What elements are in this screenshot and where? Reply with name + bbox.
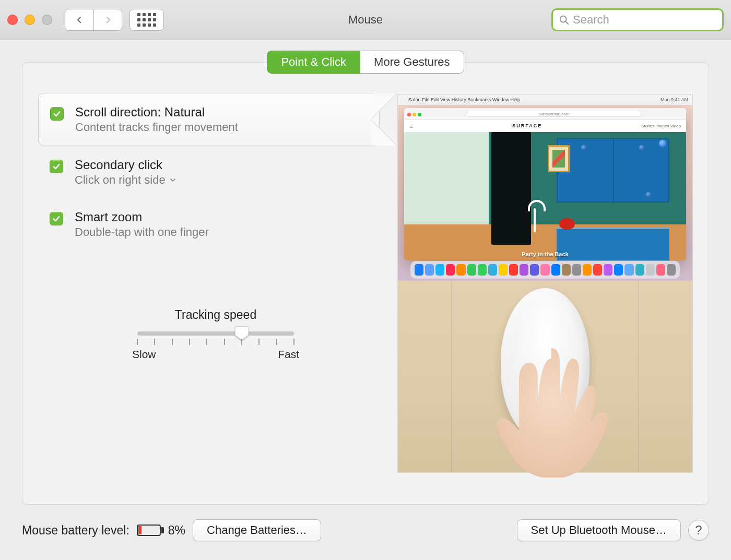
tracking-speed-slider[interactable] bbox=[137, 331, 294, 336]
chevron-right-icon bbox=[103, 14, 113, 26]
preview-caption: Party in the Back bbox=[404, 251, 686, 257]
checkbox-smart-zoom[interactable] bbox=[50, 212, 63, 225]
svg-point-0 bbox=[560, 16, 567, 22]
show-all-prefs-button[interactable] bbox=[129, 9, 164, 31]
change-batteries-button[interactable]: Change Batteries… bbox=[193, 519, 321, 541]
preview-menubar-left: Safari File Edit View History Bookmarks … bbox=[408, 97, 520, 102]
search-input[interactable] bbox=[573, 13, 717, 27]
search-icon bbox=[558, 14, 570, 26]
svg-line-1 bbox=[566, 22, 569, 25]
preview-page-hero: Party in the Back bbox=[404, 132, 686, 260]
preview-hamburger-icon: ≡ bbox=[409, 122, 414, 130]
preview-menubar: Safari File Edit View History Bookmarks … bbox=[398, 94, 692, 105]
preview-picture-frame bbox=[548, 145, 570, 172]
option-title: Secondary click bbox=[75, 158, 177, 172]
check-icon bbox=[52, 214, 61, 223]
magic-mouse-icon bbox=[501, 288, 589, 442]
check-icon bbox=[52, 109, 62, 118]
checkbox-scroll-direction[interactable] bbox=[50, 107, 64, 121]
zoom-window-button bbox=[42, 15, 52, 25]
battery-percent: 8% bbox=[168, 523, 185, 538]
setup-bluetooth-mouse-button[interactable]: Set Up Bluetooth Mouse… bbox=[517, 519, 681, 541]
option-title: Smart zoom bbox=[75, 210, 209, 224]
back-button[interactable] bbox=[65, 9, 93, 30]
check-icon bbox=[52, 162, 61, 171]
option-subtitle: Content tracks finger movement bbox=[75, 121, 238, 134]
preview-window-controls bbox=[407, 109, 423, 118]
slider-ticks bbox=[137, 339, 294, 346]
slider-fast-label: Fast bbox=[278, 348, 299, 361]
slider-slow-label: Slow bbox=[132, 348, 156, 361]
gesture-preview: Safari File Edit View History Bookmarks … bbox=[397, 93, 693, 488]
button-label: Change Batteries… bbox=[207, 523, 307, 537]
help-button[interactable]: ? bbox=[688, 520, 709, 541]
option-subtitle: Double-tap with one finger bbox=[75, 225, 209, 239]
minimize-window-button[interactable] bbox=[25, 15, 35, 25]
nav-back-forward bbox=[65, 9, 122, 31]
preview-dock bbox=[410, 261, 680, 279]
close-window-button[interactable] bbox=[7, 15, 18, 25]
tab-bar: Point & Click More Gestures bbox=[22, 51, 709, 74]
titlebar: Mouse bbox=[0, 0, 731, 40]
preview-url-bar: surfacemag.com bbox=[467, 111, 641, 117]
tab-label: Point & Click bbox=[281, 55, 346, 69]
chevron-left-icon bbox=[75, 14, 84, 26]
settings-panel: Scroll direction: Natural Content tracks… bbox=[22, 62, 709, 505]
option-subtitle-dropdown[interactable]: Click on right side bbox=[75, 173, 177, 187]
preview-desktop: Safari File Edit View History Bookmarks … bbox=[397, 94, 693, 281]
bottom-bar: Mouse battery level: 8% Change Batteries… bbox=[0, 519, 731, 560]
window-controls bbox=[7, 15, 52, 25]
search-field-container[interactable] bbox=[551, 8, 724, 31]
chevron-down-icon bbox=[169, 176, 177, 184]
preview-red-object bbox=[559, 218, 575, 230]
battery-icon bbox=[137, 525, 161, 536]
grid-icon bbox=[137, 13, 156, 27]
checkbox-secondary-click[interactable] bbox=[50, 160, 63, 173]
help-icon: ? bbox=[695, 523, 702, 538]
preview-menubar-right: Mon 9:41 AM bbox=[661, 97, 688, 102]
preview-site-brand: SURFACE bbox=[512, 123, 542, 128]
preview-desk bbox=[397, 281, 693, 473]
option-scroll-direction[interactable]: Scroll direction: Natural Content tracks… bbox=[38, 93, 380, 146]
option-secondary-click[interactable]: Secondary click Click on right side bbox=[38, 146, 380, 198]
option-smart-zoom[interactable]: Smart zoom Double-tap with one finger bbox=[38, 198, 380, 251]
battery-label: Mouse battery level: bbox=[22, 523, 129, 538]
button-label: Set Up Bluetooth Mouse… bbox=[531, 523, 667, 537]
tab-point-click[interactable]: Point & Click bbox=[267, 51, 360, 74]
preview-lamp bbox=[534, 208, 536, 232]
tab-label: More Gestures bbox=[374, 55, 450, 69]
preview-site-nav: Stories Images Video bbox=[641, 124, 681, 128]
tracking-speed-block: Tracking speed Slow Fast bbox=[116, 308, 315, 361]
option-title: Scroll direction: Natural bbox=[75, 105, 238, 120]
option-subtitle: Click on right side bbox=[75, 173, 166, 187]
tab-more-gestures[interactable]: More Gestures bbox=[360, 51, 464, 74]
forward-button[interactable] bbox=[93, 9, 122, 30]
tracking-speed-label: Tracking speed bbox=[116, 308, 315, 322]
preview-safari-window: surfacemag.com ≡ SURFACE Stories Images … bbox=[404, 108, 686, 260]
